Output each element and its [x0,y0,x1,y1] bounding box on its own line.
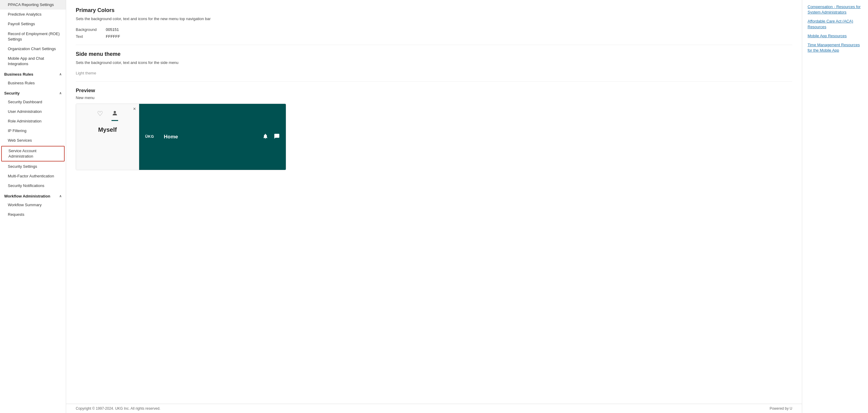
preview-home-label: Home [164,134,178,140]
preview-side-panel: × ♡ Myself [76,104,139,170]
primary-colors-section: Primary Colors Sets the background color… [76,7,792,39]
preview-inner: × ♡ Myself [76,104,286,170]
sidebar-group-label-security: Security [4,91,20,96]
preview-myself-label: Myself [98,126,117,133]
sidebar-item-mobile-app-chat[interactable]: Mobile App and Chat Integrations [0,54,66,69]
resource-link-time-management[interactable]: Time Management Resources for the Mobile… [808,42,863,53]
main-content: Primary Colors Sets the background color… [66,0,802,413]
sidebar-item-user-administration[interactable]: User Administration [0,107,66,116]
preview-icons-row: ♡ [97,110,118,121]
sidebar-item-ppaca[interactable]: PPACA Reporting Settings [0,0,66,10]
bell-icon [262,133,269,141]
sidebar-group-header-workflow-administration[interactable]: Workflow Administration ∧ [0,191,66,200]
chevron-up-icon: ∧ [59,72,62,76]
sidebar-group-security: Security ∧ Security Dashboard User Admin… [0,88,66,191]
background-label: Background [76,27,106,32]
sidebar-item-multi-factor-authentication[interactable]: Multi-Factor Authentication [0,171,66,181]
side-menu-theme-section: Side menu theme Sets the background colo… [76,51,792,76]
sidebar-group-header-business-rules[interactable]: Business Rules ∧ [0,69,66,78]
background-color-row: Background 005151 [76,27,792,32]
sidebar-group-workflow-administration: Workflow Administration ∧ Workflow Summa… [0,191,66,219]
preview-heart-icon[interactable]: ♡ [97,110,103,121]
svg-text:ÜKG: ÜKG [145,134,154,138]
sidebar-item-predictive-analytics[interactable]: Predictive Analytics [0,10,66,19]
preview-section: Preview New menu × ♡ [76,88,792,170]
preview-title: Preview [76,88,792,94]
new-menu-label: New menu [76,96,792,100]
ukg-logo: ÜKG [145,133,160,141]
sidebar-item-security-settings[interactable]: Security Settings [0,162,66,171]
sidebar-item-role-administration[interactable]: Role Administration [0,116,66,126]
sidebar-item-security-notifications[interactable]: Security Notifications [0,181,66,191]
footer: Copyright © 1997-2024. UKG Inc. All righ… [66,404,802,413]
primary-colors-description: Sets the background color, text and icon… [76,16,792,22]
primary-colors-title: Primary Colors [76,7,792,13]
preview-topbar: ÜKG Home [139,104,286,170]
sidebar-item-service-account-administration[interactable]: Service Account Administration [1,146,65,162]
side-menu-theme-description: Sets the background color, text and icon… [76,60,792,66]
chevron-up-icon-workflow: ∧ [59,194,62,198]
sidebar-item-business-rules[interactable]: Business Rules [0,78,66,88]
footer-powered-by: Powered by U [770,406,792,411]
chat-icon [274,133,280,141]
side-menu-theme-value: Light theme [76,71,792,75]
sidebar: PPACA Reporting Settings Predictive Anal… [0,0,66,413]
chevron-up-icon-security: ∧ [59,91,62,95]
sidebar-item-payroll-settings[interactable]: Payroll Settings [0,19,66,29]
sidebar-item-web-services[interactable]: Web Services [0,136,66,145]
preview-close-button[interactable]: × [133,106,136,112]
preview-person-icon[interactable] [112,110,118,121]
resource-link-compensation[interactable]: Compensation - Resources for System Admi… [808,4,863,15]
text-color-value: FFFFFF [106,34,120,39]
text-color-label: Text [76,34,106,39]
divider-2 [76,81,792,82]
preview-container: × ♡ Myself [76,104,286,170]
sidebar-item-workflow-summary[interactable]: Workflow Summary [0,200,66,210]
sidebar-group-business-rules: Business Rules ∧ Business Rules [0,69,66,88]
sidebar-group-label-business-rules: Business Rules [4,72,33,76]
sidebar-item-security-dashboard[interactable]: Security Dashboard [0,97,66,107]
sidebar-item-ip-filtering[interactable]: IP Filtering [0,126,66,136]
resource-link-aca[interactable]: Affordable Care Act (ACA) Resources [808,19,863,29]
side-menu-theme-title: Side menu theme [76,51,792,57]
sidebar-group-header-security[interactable]: Security ∧ [0,88,66,97]
preview-topbar-right [262,133,280,141]
right-panel: Compensation - Resources for System Admi… [802,0,868,413]
divider-1 [76,45,792,45]
footer-copyright: Copyright © 1997-2024. UKG Inc. All righ… [76,406,160,411]
sidebar-item-roe-settings[interactable]: Record of Employment (ROE) Settings [0,29,66,44]
text-color-row: Text FFFFFF [76,34,792,39]
svg-point-0 [114,111,116,113]
sidebar-item-org-chart-settings[interactable]: Organization Chart Settings [0,44,66,54]
sidebar-group-ungrouped: PPACA Reporting Settings Predictive Anal… [0,0,66,69]
sidebar-group-label-workflow-administration: Workflow Administration [4,194,50,198]
resource-link-mobile-app[interactable]: Mobile App Resources [808,33,863,39]
sidebar-item-requests[interactable]: Requests [0,210,66,219]
preview-topbar-left: ÜKG Home [145,133,178,141]
background-value: 005151 [106,27,119,32]
